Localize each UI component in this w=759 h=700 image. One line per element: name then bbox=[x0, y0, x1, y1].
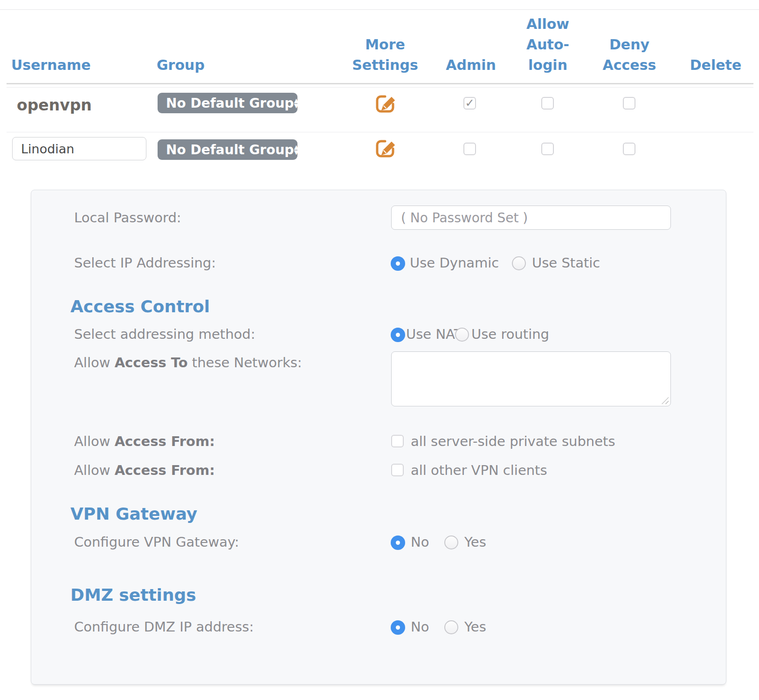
table-row-username: openvpn bbox=[17, 96, 92, 115]
access-from-clients-option: all other VPN clients bbox=[411, 462, 547, 479]
column-header-allow-auto-login: Allow Auto- login bbox=[526, 14, 569, 75]
use-nat-radio[interactable] bbox=[391, 328, 405, 342]
deny-access-checkbox[interactable] bbox=[623, 97, 635, 110]
access-from-subnets-option: all server-side private subnets bbox=[411, 433, 615, 450]
vpn-gateway-yes-radio[interactable] bbox=[444, 535, 458, 549]
addressing-method-label: Select addressing method: bbox=[74, 326, 255, 343]
more-settings-edit-button[interactable] bbox=[373, 91, 398, 116]
admin-checkbox[interactable]: ✓ bbox=[463, 97, 476, 110]
more-settings-edit-button[interactable] bbox=[373, 136, 398, 161]
access-control-heading: Access Control bbox=[70, 297, 210, 316]
admin-checkbox[interactable] bbox=[463, 143, 476, 155]
access-from-subnets-label: Allow Access From: bbox=[74, 433, 215, 450]
page-top-divider bbox=[0, 9, 759, 10]
local-password-label: Local Password: bbox=[74, 209, 181, 226]
use-static-radio[interactable] bbox=[512, 256, 526, 270]
edit-pencil-icon bbox=[373, 91, 398, 116]
row-divider bbox=[7, 132, 753, 132]
configure-vpn-gateway-label: Configure VPN Gateway: bbox=[74, 534, 239, 550]
user-settings-panel: Local Password: Select IP Addressing: Us… bbox=[31, 190, 726, 685]
edit-pencil-icon bbox=[373, 136, 398, 161]
column-header-more-settings: More Settings bbox=[352, 34, 418, 75]
vpn-gateway-no-label: No bbox=[411, 534, 429, 550]
allow-auto-login-checkbox[interactable] bbox=[541, 97, 554, 110]
access-to-label: Allow Access To these Networks: bbox=[74, 354, 302, 371]
new-username-input[interactable] bbox=[12, 137, 146, 160]
use-static-label: Use Static bbox=[532, 254, 600, 271]
vpn-gateway-heading: VPN Gateway bbox=[70, 505, 197, 523]
select-caret-icon: ▲ ▼ bbox=[294, 98, 298, 108]
column-header-admin: Admin bbox=[446, 55, 496, 75]
page: { "colors": { "accent_blue": "#5591c8", … bbox=[0, 0, 759, 700]
group-select-value: No Default Group bbox=[166, 142, 294, 158]
allow-auto-login-checkbox[interactable] bbox=[541, 143, 554, 155]
vpn-gateway-no-radio[interactable] bbox=[391, 535, 405, 550]
group-select[interactable]: No Default Group ▲ ▼ bbox=[158, 93, 297, 113]
dmz-yes-radio[interactable] bbox=[444, 620, 458, 634]
column-header-deny-access: Deny Access bbox=[603, 34, 656, 75]
use-dynamic-label: Use Dynamic bbox=[410, 254, 499, 271]
select-caret-icon: ▲ ▼ bbox=[294, 144, 298, 155]
access-from-clients-label: Allow Access From: bbox=[74, 462, 215, 479]
use-routing-radio[interactable] bbox=[455, 328, 469, 342]
dmz-yes-label: Yes bbox=[464, 618, 486, 635]
column-header-username: Username bbox=[11, 55, 91, 75]
vpn-gateway-yes-label: Yes bbox=[464, 534, 486, 550]
ip-addressing-label: Select IP Addressing: bbox=[74, 254, 216, 271]
dmz-no-label: No bbox=[411, 618, 429, 635]
column-header-group: Group bbox=[157, 55, 205, 75]
configure-dmz-label: Configure DMZ IP address: bbox=[74, 618, 254, 635]
deny-access-checkbox[interactable] bbox=[623, 143, 635, 155]
access-to-textarea-wrap bbox=[391, 351, 671, 406]
dmz-no-radio[interactable] bbox=[391, 620, 405, 635]
access-from-clients-checkbox[interactable] bbox=[391, 464, 404, 476]
group-select-value: No Default Group bbox=[166, 96, 294, 111]
dmz-settings-heading: DMZ settings bbox=[70, 586, 196, 604]
access-to-networks-textarea[interactable] bbox=[391, 351, 671, 406]
access-from-subnets-checkbox[interactable] bbox=[391, 435, 404, 447]
header-divider bbox=[7, 83, 753, 84]
column-header-delete: Delete bbox=[690, 55, 742, 75]
group-select[interactable]: No Default Group ▲ ▼ bbox=[158, 139, 297, 160]
check-icon: ✓ bbox=[465, 97, 474, 109]
use-routing-label: Use routing bbox=[471, 326, 549, 343]
header-divider-thin bbox=[7, 87, 753, 88]
use-nat-label: Use NAT bbox=[406, 326, 462, 343]
local-password-input[interactable] bbox=[391, 206, 671, 230]
use-dynamic-radio[interactable] bbox=[391, 256, 405, 271]
